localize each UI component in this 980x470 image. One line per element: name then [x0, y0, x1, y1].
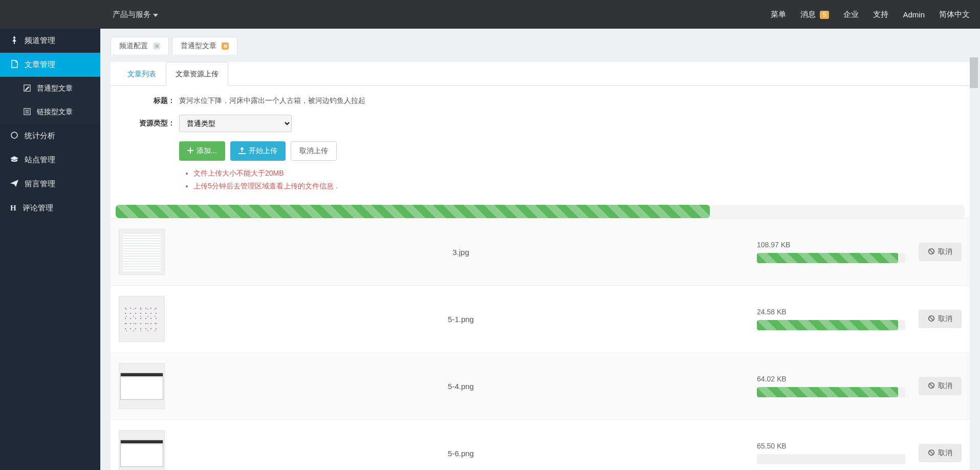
resource-type-label: 资源类型：: [123, 119, 179, 128]
plus-icon: [187, 147, 193, 155]
sidebar: 频道管理 文章管理 普通型文章 链接型文章 统计分析: [0, 29, 100, 470]
tab-article-list[interactable]: 文章列表: [118, 62, 166, 86]
inner-tabs: 文章列表 文章资源上传: [111, 62, 970, 86]
tree-icon: [10, 36, 18, 46]
share-icon: [10, 179, 18, 189]
tab-label: 普通型文章: [181, 41, 216, 51]
edit-icon: [24, 84, 31, 93]
notice-item: 文件上传大小不能大于20MB: [193, 167, 957, 180]
ban-icon: [928, 248, 935, 257]
overall-progress: [116, 205, 965, 218]
menu-link-lang[interactable]: 简体中文: [939, 10, 970, 19]
file-progress-track: [757, 320, 905, 330]
topbar-menu: 菜单 消息 5 企业 支持 Admin 简体中文: [771, 10, 970, 19]
sidebar-item-normal-article[interactable]: 普通型文章: [0, 77, 100, 100]
sidebar-item-link-article[interactable]: 链接型文章: [0, 100, 100, 124]
cancel-upload-label: 取消上传: [299, 146, 328, 156]
scrollbar[interactable]: [970, 57, 978, 470]
title-label: 标题：: [123, 96, 179, 105]
sidebar-item-label: 文章管理: [25, 60, 55, 70]
menu-link-enterprise[interactable]: 企业: [843, 10, 859, 19]
file-row: 5-6.png 65.50 KB 取消: [111, 419, 970, 470]
h-icon: H: [10, 204, 16, 212]
menu-link-menu[interactable]: 菜单: [771, 10, 786, 19]
file-thumbnail: [119, 363, 165, 409]
sidebar-item-label: 频道管理: [25, 36, 55, 46]
file-name: 5-6.png: [165, 449, 757, 458]
sidebar-item-site[interactable]: 站点管理: [0, 148, 100, 172]
file-thumbnail: [119, 430, 165, 470]
menu-link-message[interactable]: 消息 5: [800, 10, 830, 19]
close-icon[interactable]: ✕: [222, 42, 229, 50]
tab-resource-upload[interactable]: 文章资源上传: [166, 62, 228, 86]
file-progress-track: [757, 387, 905, 397]
sidebar-item-stats[interactable]: 统计分析: [0, 124, 100, 148]
page-tabs: 频道配置 ✕ 普通型文章 ✕: [111, 37, 970, 55]
file-cancel-button[interactable]: 取消: [919, 377, 962, 395]
file-name: 3.jpg: [165, 248, 757, 257]
tab-label: 频道配置: [119, 41, 148, 51]
tab-normal-article[interactable]: 普通型文章 ✕: [172, 37, 237, 55]
topbar: 产品与服务 菜单 消息 5 企业 支持 Admin 简体中文: [0, 0, 980, 29]
file-cancel-label: 取消: [938, 314, 952, 324]
file-size: 64.02 KB: [757, 375, 905, 383]
file-thumbnail: [119, 296, 165, 342]
add-button[interactable]: 添加...: [179, 141, 225, 161]
file-progress-bar: [757, 253, 898, 263]
menu-link-support[interactable]: 支持: [873, 10, 888, 19]
sidebar-item-comment[interactable]: H 评论管理: [0, 196, 100, 220]
start-upload-label: 开始上传: [249, 146, 277, 156]
sidebar-item-label: 留言管理: [25, 179, 55, 189]
svg-point-2: [11, 132, 17, 138]
file-name: 5-1.png: [165, 315, 757, 324]
sidebar-item-label: 评论管理: [23, 203, 53, 213]
file-progress-bar: [757, 320, 898, 330]
file-cancel-button[interactable]: 取消: [919, 243, 962, 261]
upload-notice: 文件上传大小不能大于20MB 上传5分钟后去管理区域查看上传的文件信息 .: [184, 167, 957, 193]
file-cancel-button[interactable]: 取消: [919, 444, 962, 462]
file-row: 3.jpg 108.97 KB 取消: [111, 218, 970, 285]
start-upload-button[interactable]: 开始上传: [230, 141, 286, 161]
sidebar-item-label: 链接型文章: [37, 108, 73, 117]
cancel-upload-button[interactable]: 取消上传: [291, 141, 337, 161]
file-progress-bar: [757, 387, 898, 397]
file-size: 108.97 KB: [757, 241, 905, 249]
file-cancel-label: 取消: [938, 381, 952, 391]
file-cancel-label: 取消: [938, 448, 952, 458]
file-cancel-button[interactable]: 取消: [919, 310, 962, 328]
file-row: 5-4.png 64.02 KB 取消: [111, 352, 970, 419]
message-label: 消息: [800, 10, 816, 18]
add-button-label: 添加...: [197, 146, 217, 156]
sidebar-item-label: 统计分析: [25, 131, 55, 141]
sidebar-item-article[interactable]: 文章管理: [0, 53, 100, 77]
file-name: 5-4.png: [165, 382, 757, 391]
caret-down-icon: [153, 10, 158, 19]
tab-channel-config[interactable]: 频道配置 ✕: [111, 37, 169, 55]
file-row: 5-1.png 24.58 KB 取消: [111, 285, 970, 352]
upload-icon: [238, 147, 246, 156]
ban-icon: [928, 315, 935, 324]
loop-icon: [10, 131, 18, 141]
title-value: 黄河水位下降，河床中露出一个人古箱，被河边钓鱼人拉起: [179, 96, 957, 105]
overall-progress-bar: [116, 205, 710, 218]
sidebar-item-label: 站点管理: [25, 155, 55, 165]
close-icon[interactable]: ✕: [153, 42, 160, 50]
sidebar-item-channel[interactable]: 频道管理: [0, 29, 100, 53]
graduation-icon: [10, 155, 18, 165]
product-dropdown[interactable]: 产品与服务: [113, 10, 158, 19]
scrollbar-thumb[interactable]: [970, 57, 978, 88]
sidebar-item-label: 普通型文章: [37, 84, 73, 93]
product-label: 产品与服务: [113, 10, 151, 19]
ban-icon: [928, 449, 935, 458]
resource-type-select[interactable]: 普通类型: [179, 115, 292, 132]
file-cancel-label: 取消: [938, 247, 952, 257]
menu-link-admin[interactable]: Admin: [903, 10, 925, 19]
message-badge: 5: [820, 11, 830, 19]
ban-icon: [928, 382, 935, 391]
sidebar-item-message[interactable]: 留言管理: [0, 172, 100, 196]
file-size: 24.58 KB: [757, 308, 905, 316]
file-progress-track: [757, 253, 905, 263]
file-progress-track: [757, 454, 905, 464]
file-icon: [10, 60, 18, 70]
file-list: 3.jpg 108.97 KB 取消: [111, 218, 970, 470]
